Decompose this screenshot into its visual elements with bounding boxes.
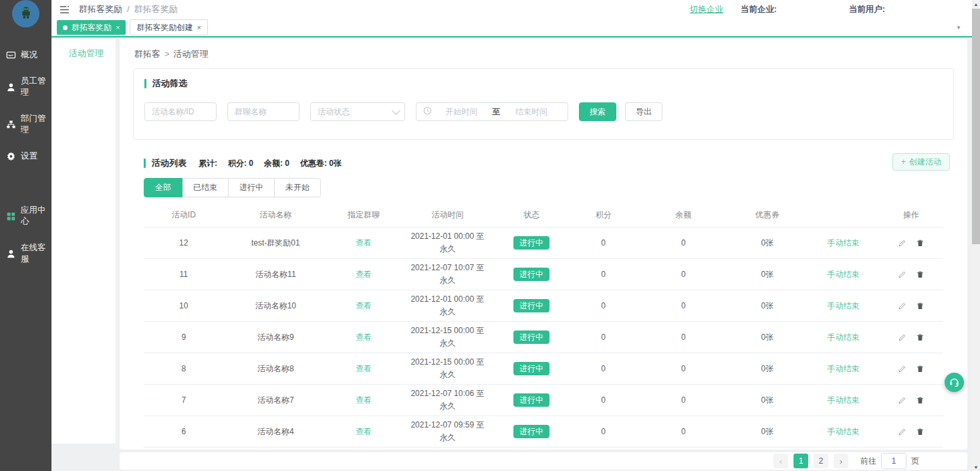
primary-sidebar: 概况 员工管理 部门管理 设置 应用中心 在线客服: [0, 0, 51, 471]
cell-activity-time: 2021-12-15 00:00 至永久: [400, 322, 496, 353]
manual-end-link[interactable]: 手动结束: [827, 301, 859, 310]
cell-points: 0: [568, 227, 640, 259]
view-group-link[interactable]: 查看: [356, 364, 372, 373]
cell-coupon: 0张: [727, 448, 808, 450]
vertical-scrollbar[interactable]: ▲ ▼: [972, 0, 980, 471]
delete-icon[interactable]: [916, 333, 925, 342]
dropdown-caret-icon[interactable]: ▼: [956, 25, 961, 31]
cell-activity-name: 活动名称10: [224, 290, 328, 322]
start-time-placeholder[interactable]: 开始时间: [432, 106, 491, 118]
switch-company-link[interactable]: 切换企业: [690, 4, 723, 15]
column-header: 活动ID: [144, 203, 224, 227]
view-group-link[interactable]: 查看: [356, 301, 372, 310]
column-header: 操作: [879, 203, 943, 227]
tab-in-progress[interactable]: 进行中: [228, 178, 275, 197]
app-logo[interactable]: [12, 0, 39, 27]
cell-activity-id: 12: [144, 227, 224, 259]
scroll-down-icon[interactable]: ▼: [972, 463, 980, 471]
tag-tabbar: 群拓客奖励 × 群拓客奖励创建 × ▼: [51, 19, 972, 37]
manual-end-link[interactable]: 手动结束: [827, 333, 859, 342]
manual-end-link[interactable]: 手动结束: [827, 364, 859, 373]
view-group-link[interactable]: 查看: [356, 427, 372, 436]
sidebar-item-label: 员工管理: [21, 76, 49, 98]
scrollbar-thumb[interactable]: [972, 9, 980, 244]
tab-group-reward[interactable]: 群拓客奖励 ×: [57, 20, 126, 35]
status-badge: 进行中: [513, 362, 549, 375]
activity-status-select[interactable]: 活动状态: [310, 102, 405, 121]
prev-page-button[interactable]: ‹: [773, 454, 788, 468]
search-button[interactable]: 搜索: [579, 102, 616, 121]
sidebar-item-overview[interactable]: 概况: [0, 42, 51, 68]
subnav-item-activity-management[interactable]: 活动管理: [51, 39, 116, 60]
page-button-2[interactable]: 2: [814, 454, 828, 468]
date-range-picker[interactable]: 开始时间 至 结束时间: [416, 102, 568, 121]
column-header: 积分: [568, 203, 640, 227]
delete-icon[interactable]: [916, 428, 925, 436]
cell-balance: 0: [639, 448, 727, 450]
create-activity-button[interactable]: + 创建活动: [892, 153, 950, 171]
cell-activity-time: 2021-12-01 00:00 至永久: [400, 227, 496, 259]
tab-not-started[interactable]: 未开始: [274, 178, 321, 197]
close-tab-icon[interactable]: ×: [116, 23, 120, 31]
menu-toggle-icon[interactable]: [59, 5, 70, 14]
export-button[interactable]: 导出: [625, 102, 662, 121]
edit-icon[interactable]: [898, 270, 906, 279]
tab-all[interactable]: 全部: [144, 178, 182, 197]
manual-end-link[interactable]: 手动结束: [827, 427, 859, 436]
cell-activity-time: 2021-12-07 09:59 至永久: [400, 416, 496, 448]
edit-icon[interactable]: [898, 239, 906, 248]
cell-points: 0: [568, 353, 640, 385]
tab-ended[interactable]: 已结束: [182, 178, 229, 197]
edit-icon[interactable]: [898, 302, 906, 310]
view-group-link[interactable]: 查看: [356, 333, 372, 342]
mascot-icon: [19, 5, 33, 23]
edit-icon[interactable]: [898, 428, 906, 436]
view-group-link[interactable]: 查看: [356, 395, 372, 405]
sidebar-item-app-center[interactable]: 应用中心: [0, 197, 51, 235]
cell-activity-id: 7: [144, 385, 224, 416]
sidebar-item-staff[interactable]: 员工管理: [0, 68, 51, 106]
manual-end-link[interactable]: 手动结束: [827, 270, 859, 279]
next-page-button[interactable]: ›: [834, 454, 848, 468]
view-group-link[interactable]: 查看: [356, 238, 372, 248]
manual-end-link[interactable]: 手动结束: [827, 395, 859, 405]
column-header: 余额: [639, 203, 727, 227]
cell-activity-name: 活动名称4: [224, 448, 328, 450]
activity-name-input[interactable]: 活动名称/ID: [144, 102, 217, 121]
breadcrumb-current: 群拓客奖励: [134, 4, 178, 14]
tab-group-reward-create[interactable]: 群拓客奖励创建 ×: [130, 19, 207, 35]
page-button-1[interactable]: 1: [793, 454, 808, 468]
cell-balance: 0: [639, 322, 727, 353]
column-header: 优惠券: [727, 203, 808, 227]
status-badge: 进行中: [513, 425, 549, 438]
summary-points: 积分: 0: [228, 158, 253, 169]
sidebar-item-online-service[interactable]: 在线客服: [0, 235, 51, 272]
view-group-link[interactable]: 查看: [356, 270, 372, 279]
end-time-placeholder[interactable]: 结束时间: [502, 106, 562, 118]
sidebar-item-settings[interactable]: 设置: [0, 143, 51, 169]
filter-panel: 活动筛选 活动名称/ID 群聊名称 活动状态 开始时间 至 结束时间 搜索 导出: [133, 68, 954, 140]
delete-icon[interactable]: [916, 302, 925, 310]
goto-page-input[interactable]: 1: [881, 453, 906, 469]
table-row: 10活动名称10查看2021-12-01 00:00 至永久进行中000张手动结…: [144, 290, 943, 322]
edit-icon[interactable]: [898, 333, 906, 342]
page-breadcrumb: 群拓客>活动管理: [133, 44, 954, 68]
delete-icon[interactable]: [916, 365, 925, 373]
delete-icon[interactable]: [916, 270, 925, 279]
group-name-input[interactable]: 群聊名称: [227, 102, 299, 121]
summary-balance: 余额: 0: [264, 158, 289, 169]
close-tab-icon[interactable]: ×: [197, 23, 201, 31]
active-dot-icon: [63, 25, 68, 30]
sidebar-item-department[interactable]: 部门管理: [0, 106, 51, 143]
edit-icon[interactable]: [898, 396, 906, 405]
list-summary: 累计: 积分: 0 余额: 0 优惠卷: 0张: [199, 158, 342, 169]
customer-service-button[interactable]: [945, 373, 964, 392]
delete-icon[interactable]: [916, 396, 925, 405]
scroll-up-icon[interactable]: ▲: [972, 0, 980, 8]
cell-activity-name: 活动名称7: [224, 385, 328, 416]
section-accent-bar: [144, 79, 146, 88]
edit-icon[interactable]: [898, 365, 906, 373]
cell-activity-name: 活动名称9: [224, 322, 328, 353]
manual-end-link[interactable]: 手动结束: [827, 238, 859, 248]
delete-icon[interactable]: [916, 239, 925, 248]
